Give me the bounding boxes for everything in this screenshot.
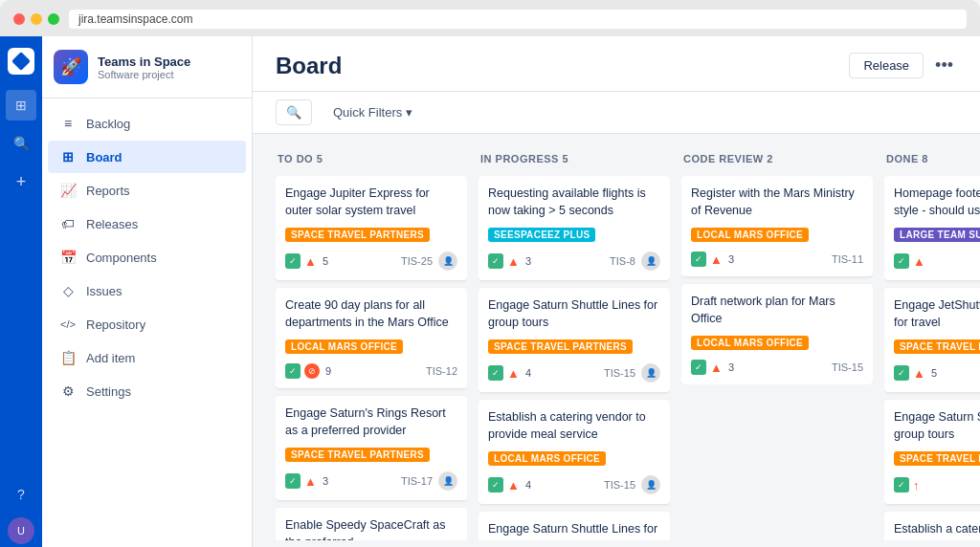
sidebar-label-add-item: Add item: [86, 351, 135, 365]
priority-icon: ▲: [913, 366, 925, 381]
card-tag: SEESPACEEZ PLUS: [488, 228, 595, 242]
address-bar[interactable]: jira.teamsinspace.com: [69, 10, 967, 29]
create-icon[interactable]: +: [6, 166, 36, 197]
sidebar-item-components[interactable]: 📅 Components: [48, 241, 246, 274]
search-icon: 🔍: [286, 105, 301, 120]
home-icon[interactable]: ⊞: [6, 90, 36, 120]
card-title: Engage JetShuttle SpaceWays for travel: [894, 297, 980, 331]
ticket-id: TIS-15: [832, 361, 863, 373]
search-rail-icon[interactable]: 🔍: [6, 128, 36, 159]
card-ip-tis15a[interactable]: Engage Saturn Shuttle Lines for group to…: [479, 288, 670, 392]
column-codereview-header: CODE REVIEW 2: [681, 149, 873, 168]
issues-icon: ◇: [59, 282, 77, 299]
sidebar-item-board[interactable]: ⊞ Board: [48, 141, 246, 173]
count: 3: [728, 361, 734, 373]
sidebar-item-repository[interactable]: </> Repository: [48, 308, 246, 340]
card-tis17[interactable]: Engage Saturn's Rings Resort as a prefer…: [276, 396, 467, 500]
sidebar-label-components: Components: [86, 251, 157, 265]
check-icon: ✓: [488, 365, 503, 381]
card-title: Engage Saturn Shuttle Lines for group to…: [894, 409, 980, 443]
column-todo: TO DO 5 Engage Jupiter Express for outer…: [276, 149, 467, 540]
sidebar-label-settings: Settings: [86, 384, 131, 399]
card-footer: ✓ ▲ 4 TIS-15 👤: [488, 363, 660, 383]
sidebar-item-backlog[interactable]: ≡ Backlog: [48, 107, 246, 140]
priority-icon: ▲: [507, 254, 520, 269]
card-title: Draft network plan for Mars Office: [691, 294, 863, 327]
sidebar-item-issues[interactable]: ◇ Issues: [48, 274, 246, 307]
count: 3: [728, 253, 734, 265]
jira-logo[interactable]: [8, 48, 34, 75]
reports-icon: 📈: [59, 182, 77, 199]
minimize-button[interactable]: [31, 13, 42, 25]
project-header: 🚀 Teams in Space Software project: [42, 36, 252, 98]
ticket-id: TIS-15: [604, 367, 635, 379]
check-icon: ✓: [285, 363, 301, 379]
project-name: Teams in Space: [98, 55, 240, 69]
card-tag: SPACE TRAVEL PARTNERS: [894, 339, 980, 354]
check-icon: ✓: [894, 477, 909, 492]
column-inprogress-header: IN PROGRESS 5: [479, 149, 670, 168]
card-tag: SPACE TRAVEL PARTNERS: [488, 339, 633, 354]
check-icon: ✓: [691, 360, 706, 375]
board-icon: ⊞: [59, 148, 77, 165]
card-title: Engage Saturn's Rings Resort as a prefer…: [285, 405, 457, 439]
app-shell: ⊞ 🔍 + ? U 🚀 Teams in Space Software proj…: [0, 36, 980, 547]
sidebar-item-add-item[interactable]: 📋 Add item: [48, 341, 246, 374]
more-options-button[interactable]: •••: [931, 52, 957, 79]
column-todo-cards: Engage Jupiter Express for outer solar s…: [276, 176, 467, 540]
sidebar-label-reports: Reports: [86, 184, 130, 198]
priority-icon: ▲: [304, 254, 317, 269]
card-ip-tis15b[interactable]: Establish a catering vendor to provide m…: [479, 400, 670, 504]
count: 5: [931, 367, 937, 379]
check-icon: ✓: [894, 253, 909, 269]
page-title: Board: [276, 53, 342, 79]
card-tag: LOCAL MARS OFFICE: [691, 228, 809, 242]
card-done-tis23[interactable]: Engage JetShuttle SpaceWays for travel S…: [884, 288, 980, 392]
board-area: TO DO 5 Engage Jupiter Express for outer…: [253, 134, 980, 547]
card-done-tis68[interactable]: Homepage footer uses an inline style - s…: [884, 176, 980, 280]
count: 5: [323, 255, 328, 267]
close-button[interactable]: [13, 13, 25, 25]
quick-filters-button[interactable]: Quick Filters ▾: [322, 100, 424, 124]
card-title: Establish a catering vendor to provide m…: [488, 409, 660, 443]
card-tis12[interactable]: Create 90 day plans for all departments …: [276, 288, 467, 388]
ticket-id: TIS-11: [832, 253, 863, 265]
priority-icon: ▲: [710, 252, 723, 267]
repository-icon: </>: [59, 316, 77, 333]
release-button[interactable]: Release: [849, 53, 924, 78]
card-title: Engage Saturn Shuttle Lines for group to…: [488, 521, 660, 540]
priority-icon: ▲: [710, 361, 723, 375]
sidebar-item-releases[interactable]: 🏷 Releases: [48, 208, 246, 240]
sidebar-item-reports[interactable]: 📈 Reports: [48, 174, 246, 207]
card-tis20[interactable]: Enable Speedy SpaceCraft as the preferre…: [276, 508, 467, 540]
assignee-avatar: 👤: [641, 363, 660, 383]
card-ip-tis15c[interactable]: Engage Saturn Shuttle Lines for group to…: [479, 512, 670, 540]
card-done-tis15a[interactable]: Engage Saturn Shuttle Lines for group to…: [884, 400, 980, 504]
card-tag: LARGE TEAM SUPPORT: [894, 228, 980, 242]
quick-filters-label: Quick Filters: [333, 105, 402, 120]
assignee-avatar: 👤: [641, 475, 660, 494]
check-icon: ✓: [285, 253, 301, 269]
card-tag: LOCAL MARS OFFICE: [691, 336, 809, 350]
block-icon: ⊘: [304, 363, 320, 379]
priority-icon: ▲: [304, 474, 317, 489]
project-avatar: 🚀: [54, 50, 88, 84]
column-done-cards: Homepage footer uses an inline style - s…: [884, 176, 980, 540]
ticket-id: TIS-15: [604, 479, 635, 491]
user-avatar-rail[interactable]: U: [8, 517, 34, 544]
card-tag: LOCAL MARS OFFICE: [488, 451, 606, 466]
card-title: Register with the Mars Ministry of Reven…: [691, 186, 863, 219]
count: 3: [525, 255, 531, 267]
card-tis8[interactable]: Requesting available flights is now taki…: [479, 176, 670, 280]
card-done-tis15b[interactable]: Establish a catering vendor to provide m…: [884, 512, 980, 540]
card-tis25[interactable]: Engage Jupiter Express for outer solar s…: [276, 176, 467, 280]
help-icon[interactable]: ?: [6, 479, 36, 510]
column-inprogress-cards: Requesting available flights is now taki…: [479, 176, 670, 540]
releases-icon: 🏷: [59, 215, 77, 232]
sidebar-item-settings[interactable]: ⚙ Settings: [48, 375, 246, 407]
card-cr-tis15[interactable]: Draft network plan for Mars Office LOCAL…: [681, 284, 873, 384]
fullscreen-button[interactable]: [48, 13, 59, 25]
card-footer: ✓ ▲ 3 TIS-8 👤: [488, 252, 660, 271]
search-box[interactable]: 🔍: [276, 99, 312, 125]
card-cr-tis11[interactable]: Register with the Mars Ministry of Reven…: [681, 176, 873, 276]
